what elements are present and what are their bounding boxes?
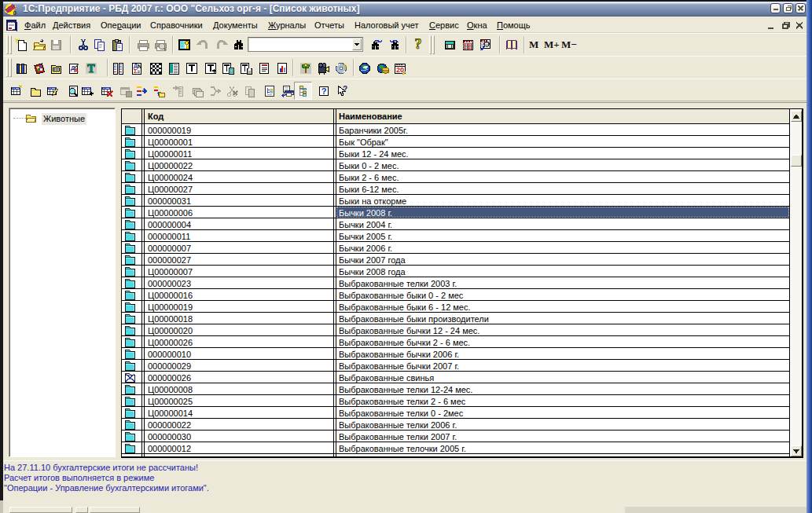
svg-text:?: ? [343,85,347,93]
svg-text:?: ? [321,86,327,96]
svg-text:?: ? [343,63,347,71]
svg-text:Σ: Σ [134,68,138,75]
svg-text:?: ? [415,38,422,51]
svg-text:N: N [138,64,141,69]
svg-text:Т: Т [87,63,95,75]
svg-text:07: 07 [13,9,17,16]
